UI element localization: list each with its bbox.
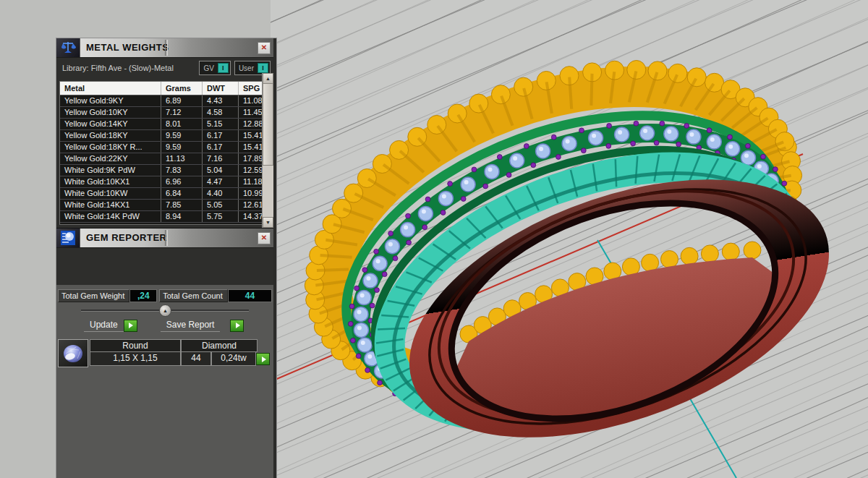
gem-list-item[interactable]: Round Diamond 1,15 X 1,15 44 0,24tw <box>58 339 272 367</box>
update-button[interactable]: Update <box>84 320 124 332</box>
tool-panels: METAL WEIGHTS ✕ Library: Fifth Ave - (Sl… <box>56 38 276 478</box>
gem-reporter-panel: GEM REPORTER ✕ Total Gem Weight ,24 Tota… <box>56 229 273 248</box>
gem-reporter-titlebar[interactable]: GEM REPORTER ✕ <box>56 229 273 248</box>
table-row[interactable]: White Gold:10KW6.844.4010.99 <box>60 188 266 200</box>
table-row[interactable]: Yellow Gold:14KY8.015.1512.88 <box>60 119 266 130</box>
column-header[interactable]: DWT <box>203 82 239 95</box>
library-label: Library: Fifth Ave - (Slow)-Metal <box>62 64 195 72</box>
table-row[interactable]: White Gold:14K PdW8.945.7514.37 <box>60 211 266 223</box>
panel-splitter[interactable]: ▲ <box>71 304 259 316</box>
table-scrollbar[interactable]: ▲ ▼ <box>262 73 273 228</box>
column-header[interactable]: Grams <box>161 82 203 95</box>
total-gem-weight-label: Total Gem Weight <box>58 289 129 302</box>
gem-row-run-icon[interactable] <box>256 353 270 365</box>
save-report-run-icon[interactable] <box>230 320 244 332</box>
close-icon[interactable]: ✕ <box>258 42 271 54</box>
scroll-down-icon[interactable]: ▼ <box>263 217 273 228</box>
toggle-gv[interactable]: GV I <box>199 61 230 75</box>
total-gem-weight-value: ,24 <box>129 289 157 302</box>
gem-report-icon <box>56 229 80 247</box>
gem-weight-value: 0,24tw <box>211 352 256 366</box>
table-row[interactable]: Yellow Gold:18KY9.596.1715.41 <box>60 130 266 142</box>
toggle-indicator[interactable]: I <box>258 63 268 73</box>
update-run-icon[interactable] <box>124 320 137 332</box>
table-row[interactable]: Yellow Gold:10KY7.124.5811.45 <box>60 107 266 119</box>
close-icon[interactable]: ✕ <box>258 232 271 244</box>
gem-shape-header: Round <box>90 339 181 352</box>
table-row[interactable]: White Gold:10KX16.964.4711.18 <box>60 176 266 188</box>
gem-count-value: 44 <box>181 352 211 366</box>
table-row[interactable]: White Gold:14KX17.855.0512.61 <box>60 200 266 211</box>
gem-type-header: Diamond <box>181 339 258 352</box>
table-row[interactable]: White Gold:9K PdW7.835.0412.59 <box>60 165 266 176</box>
total-gem-count-value: 44 <box>228 289 272 302</box>
gem-size-value: 1,15 X 1,15 <box>90 352 181 366</box>
scroll-up-icon[interactable]: ▲ <box>263 73 273 84</box>
gem-thumbnail[interactable] <box>58 339 88 367</box>
toggle-indicator[interactable]: I <box>218 63 229 73</box>
metal-weights-table[interactable]: MetalGramsDWTSPG Yellow Gold:9KY6.894.43… <box>59 81 267 225</box>
scale-icon <box>56 38 80 57</box>
metal-weights-panel: METAL WEIGHTS ✕ Library: Fifth Ave - (Sl… <box>56 38 273 229</box>
table-row[interactable]: Yellow Gold:22KY11.137.1617.89 <box>60 153 266 165</box>
save-report-button[interactable]: Save Report <box>161 320 221 332</box>
total-gem-count-label: Total Gem Count <box>159 289 228 302</box>
metal-weights-titlebar[interactable]: METAL WEIGHTS ✕ <box>56 38 273 58</box>
splitter-handle-icon[interactable]: ▲ <box>159 304 171 317</box>
scrollbar-thumb[interactable] <box>263 83 273 166</box>
table-row[interactable]: Yellow Gold:9KY6.894.4311.08 <box>60 95 266 107</box>
panel-title: METAL WEIGHTS <box>80 38 258 57</box>
panel-title: GEM REPORTER <box>80 229 258 247</box>
table-header: MetalGramsDWTSPG <box>60 82 266 95</box>
table-row[interactable]: Yellow Gold:18KY R...9.596.1715.41 <box>60 142 266 153</box>
column-header[interactable]: Metal <box>60 82 161 95</box>
